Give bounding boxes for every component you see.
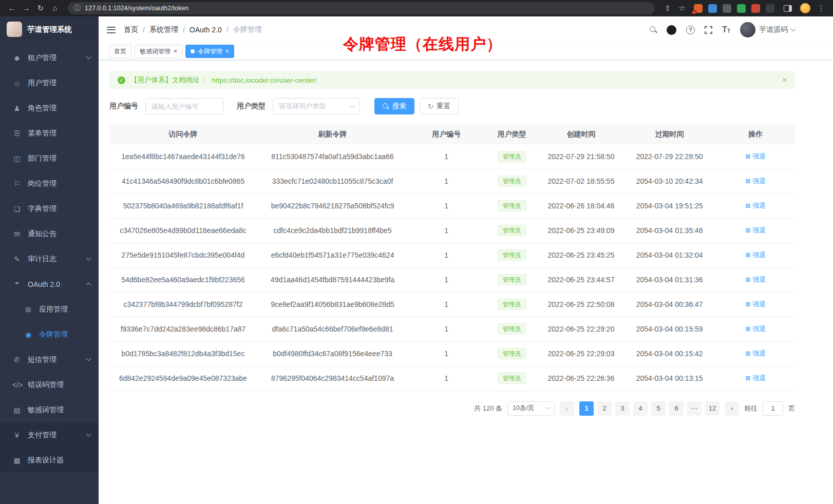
doc-link[interactable]: https://doc.iocoder.cn/user-center/ [212,76,316,84]
force-logout-button[interactable]: ⊠强退 [745,324,766,334]
sidebar-item-sensitive[interactable]: ▤敏感词管理 [0,397,99,422]
refresh-token-cell: 333ecfc71e02480cb11055c875c3ca0f [257,169,408,193]
browser-profile-avatar[interactable] [800,3,810,13]
reset-button[interactable]: ↻ 重置 [420,98,459,114]
force-logout-button[interactable]: ⊠强退 [745,374,766,383]
pay-icon: ¥ [12,431,22,439]
user-id-input[interactable] [145,98,223,114]
access-token-cell: 1ea5e44f8bc1467aaede43144f31de76 [109,144,257,169]
info-icon[interactable]: ⓘ [74,4,81,13]
page-button-3[interactable]: 3 [615,401,630,416]
force-logout-label: 强退 [752,374,766,383]
tab-token[interactable]: 令牌管理× [185,45,234,58]
search-icon [383,103,389,109]
page-button-4[interactable]: 4 [633,401,648,416]
drop-extension[interactable] [708,4,717,13]
close-icon[interactable]: × [174,48,177,54]
flag-extension[interactable] [766,4,774,13]
sidebar-item-errcode[interactable]: </>错误码管理 [0,372,99,397]
breadcrumb-item[interactable]: 首页 [124,25,138,34]
page-button-12[interactable]: 12 [705,401,720,416]
user-menu[interactable]: 芋道源码 [740,22,795,37]
sidebar-item-user[interactable]: ☺用户管理 [0,70,99,95]
share-icon[interactable]: ⇧ [661,0,674,16]
force-logout-button[interactable]: ⊠强退 [745,226,766,235]
sidebar-item-audit-log[interactable]: ✎审计日志 [0,246,99,272]
alert-close-icon[interactable]: × [782,75,787,85]
app-logo[interactable]: 芋道管理系统 [0,16,99,42]
tab-home[interactable]: 首页 [109,45,131,58]
search-button[interactable]: 搜索 [374,98,414,114]
user-type-select[interactable]: 请选择用户类型 [273,98,360,114]
sidebar-item-pay[interactable]: ¥支付管理 [0,422,99,448]
sidebar-item-role[interactable]: ♟角色管理 [0,95,99,121]
back-icon[interactable]: ← [5,0,18,16]
page-button-6[interactable]: 6 [669,401,684,416]
browser-menu-icon[interactable]: ⋮ [815,0,828,16]
token-table: 访问令牌刷新令牌用户编号用户类型创建时间过期时间操作 1ea5e44f8bc14… [109,125,795,391]
help-icon[interactable]: ? [686,26,695,34]
prev-page-button[interactable]: ‹ [560,401,574,416]
breadcrumb-item[interactable]: 系统管理 [149,25,178,34]
tab-sensitive[interactable]: 敏感词管理× [135,45,182,58]
next-page-button[interactable]: › [725,401,739,416]
create-time-cell: 2022-06-25 22:50:08 [539,292,623,317]
sidebar-item-menu[interactable]: ☰菜单管理 [0,121,99,146]
access-token-cell: b0d1785bc3a8482f812db4a3f3bd15ec [109,341,257,366]
sidebar-item-token[interactable]: ◉令牌管理 [0,322,99,347]
force-logout-button[interactable]: ⊠强退 [745,275,766,284]
force-logout-button[interactable]: ⊠强退 [745,300,766,309]
sidebar-item-label: OAuth 2.0 [28,280,60,288]
sidebar-item-app[interactable]: ⊞应用管理 [0,297,99,322]
expire-time-cell: 2054-03-04 00:15:42 [623,341,716,366]
page-content: ✓ 【用户体系】文档地址： https://doc.iocoder.cn/use… [99,60,833,504]
column-header: 用户编号 [408,125,484,144]
refresh-token-cell: be90422b8c7946218275a508bf524fc9 [257,193,408,218]
force-logout-icon: ⊠ [745,375,750,382]
user-id-cell: 1 [408,366,484,391]
sidebar-item-sms[interactable]: ✆短信管理 [0,347,99,372]
force-logout-button[interactable]: ⊠强退 [745,152,766,161]
refresh-token-cell: cdfc4ce9c2da4bb1bdf21b9918ff4be5 [257,218,408,243]
search-icon[interactable] [650,26,657,33]
sidebar-item-notice[interactable]: ✉通知公告 [0,221,99,246]
goto-page-input[interactable] [763,401,783,416]
app-shell: 芋道管理系统 ☻租户管理☺用户管理♟角色管理☰菜单管理◫部门管理⚐岗位管理❏字典… [0,16,833,504]
sidebar-item-label: 审计日志 [28,255,56,264]
side-panel-icon[interactable] [784,5,792,12]
sidebar-item-dict[interactable]: ❏字典管理 [0,196,99,221]
page-ellipsis[interactable]: ⋯ [687,401,702,416]
address-bar[interactable]: ⓘ 127.0.0.1:1024/system/oauth2/token [68,2,655,14]
sidebar-item-dept[interactable]: ◫部门管理 [0,146,99,171]
font-size-icon[interactable]: TT [722,26,730,34]
sidebar-collapse-icon[interactable] [107,27,116,33]
breadcrumb-item[interactable]: OAuth 2.0 [190,26,222,34]
force-logout-button[interactable]: ⊠强退 [745,201,766,210]
chevron-down-icon [86,356,91,361]
sidebar-item-report[interactable]: ▦报表设计器 [0,448,99,473]
expire-time-cell: 2054-03-04 01:31:36 [623,267,716,292]
sidebar-item-oauth2[interactable]: ❝OAuth 2.0 [0,272,99,297]
fullscreen-icon[interactable] [705,26,712,34]
page-size-select[interactable]: 10条/页 [507,401,555,416]
bookmark-star-icon[interactable]: ☆ [675,0,689,16]
puzzle-extension[interactable] [751,4,760,13]
force-logout-button[interactable]: ⊠强退 [745,349,766,358]
leaf-extension[interactable] [737,4,746,13]
page-button-2[interactable]: 2 [597,401,612,416]
close-icon[interactable]: × [225,48,229,54]
coin-extension[interactable] [723,4,731,13]
breadcrumb: 首页/系统管理/OAuth 2.0/令牌管理 [124,25,262,34]
home-icon[interactable]: ⌂ [48,0,62,16]
forward-icon[interactable]: → [20,0,33,16]
github-icon[interactable] [667,25,676,35]
page-button-1[interactable]: 1 [579,401,594,416]
force-logout-button[interactable]: ⊠强退 [745,177,766,186]
reload-icon[interactable]: ↻ [34,0,47,16]
force-logout-button[interactable]: ⊠强退 [745,250,766,260]
grid-extension[interactable] [694,4,703,13]
page-button-5[interactable]: 5 [651,401,666,416]
sidebar-item-post[interactable]: ⚐岗位管理 [0,171,99,196]
log-icon: ✎ [12,255,22,263]
sidebar-item-tenant[interactable]: ☻租户管理 [0,45,99,70]
